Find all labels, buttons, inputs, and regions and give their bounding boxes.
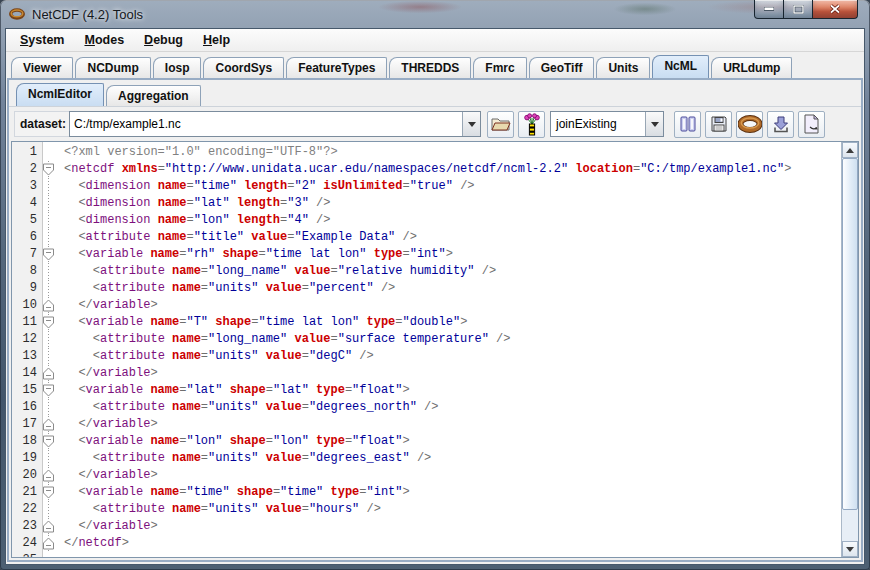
tab-viewer[interactable]: Viewer xyxy=(11,57,73,78)
code-line[interactable]: 13 <attribute name="units" value="degC" … xyxy=(12,348,841,365)
titlebar[interactable]: NetCDF (4.2) Tools xyxy=(0,0,870,28)
menu-modes[interactable]: Modes xyxy=(74,30,134,50)
code-token: "relative humidity" xyxy=(338,264,475,278)
tab-coordsys[interactable]: CoordSys xyxy=(203,57,284,78)
fold-marker-icon[interactable] xyxy=(42,297,57,314)
tab-featuretypes[interactable]: FeatureTypes xyxy=(286,57,387,78)
code-line[interactable]: 22 <attribute name="units" value="hours"… xyxy=(12,501,841,518)
code-token: /> xyxy=(309,196,331,210)
fold-marker-icon[interactable] xyxy=(42,161,57,178)
code-token xyxy=(230,485,237,499)
flowers-button[interactable] xyxy=(518,111,545,138)
code-line[interactable]: 15 <variable name="lat" shape="lat" type… xyxy=(12,382,841,399)
code-token xyxy=(150,230,157,244)
subtab-aggregation[interactable]: Aggregation xyxy=(106,85,201,106)
tab-urldump[interactable]: URLdump xyxy=(711,57,792,78)
tab-thredds[interactable]: THREDDS xyxy=(389,57,471,78)
dataset-dropdown-button[interactable] xyxy=(462,112,480,136)
minimize-button[interactable] xyxy=(754,0,784,19)
code-line[interactable]: 25 xyxy=(12,552,841,557)
maximize-button[interactable] xyxy=(784,0,812,19)
code-line[interactable]: 8 <attribute name="long_name" value="rel… xyxy=(12,263,841,280)
fold-marker-icon[interactable] xyxy=(42,246,57,263)
code-line[interactable]: 7 <variable name="rh" shape="time lat lo… xyxy=(12,246,841,263)
code-token xyxy=(165,400,172,414)
compare-button[interactable] xyxy=(674,111,701,138)
open-folder-button[interactable] xyxy=(487,111,514,138)
aggregation-dropdown-button[interactable] xyxy=(645,112,663,136)
menu-help[interactable]: Help xyxy=(193,30,240,50)
fold-marker-icon[interactable] xyxy=(42,518,57,535)
line-number: 2 xyxy=(12,161,42,178)
fold-marker-icon[interactable] xyxy=(42,433,57,450)
tab-ncml[interactable]: NcML xyxy=(652,55,709,78)
code-line[interactable]: 3 <dimension name="time" length="2" isUn… xyxy=(12,178,841,195)
code-token: </ xyxy=(64,519,93,533)
code-line[interactable]: 4 <dimension name="lat" length="3" /> xyxy=(12,195,841,212)
scrollbar-track[interactable] xyxy=(842,158,858,541)
fold-marker-icon[interactable] xyxy=(42,535,57,552)
code-line[interactable]: 2<netcdf xmlns="http://www.unidata.ucar.… xyxy=(12,161,841,178)
code-token: shape xyxy=(230,434,266,448)
save-button[interactable] xyxy=(705,111,732,138)
code-token: "time" xyxy=(194,179,237,193)
new-document-button[interactable] xyxy=(798,111,825,138)
tab-ncdump[interactable]: NCDump xyxy=(75,57,150,78)
code-token: dimension xyxy=(86,196,151,210)
code-token: netcdf xyxy=(78,536,121,550)
code-line[interactable]: 17 </variable> xyxy=(12,416,841,433)
fold-marker-icon[interactable] xyxy=(42,416,57,433)
fold-marker-icon[interactable] xyxy=(42,382,57,399)
code-line[interactable]: 18 <variable name="lon" shape="lon" type… xyxy=(12,433,841,450)
tab-units[interactable]: Units xyxy=(596,57,650,78)
fold-gutter xyxy=(42,331,57,348)
code-line[interactable]: 14 </variable> xyxy=(12,365,841,382)
code-token: name xyxy=(172,400,201,414)
subtab-ncmleditor[interactable]: NcmlEditor xyxy=(16,83,104,106)
code-line[interactable]: 19 <attribute name="units" value="degree… xyxy=(12,450,841,467)
code-token: "time" xyxy=(186,485,229,499)
code-token: = xyxy=(403,247,410,261)
open-folder-icon xyxy=(491,116,511,132)
code-line[interactable]: 23 </variable> xyxy=(12,518,841,535)
minimize-icon xyxy=(764,7,774,11)
line-number: 15 xyxy=(12,382,42,399)
scrollbar-thumb[interactable] xyxy=(842,158,858,510)
scroll-down-button[interactable] xyxy=(842,541,858,557)
menu-debug[interactable]: Debug xyxy=(134,30,193,50)
code-line[interactable]: 10 </variable> xyxy=(12,297,841,314)
import-button[interactable] xyxy=(767,111,794,138)
dataset-input[interactable] xyxy=(70,112,462,136)
code-line[interactable]: 5 <dimension name="lon" length="4" /> xyxy=(12,212,841,229)
aggregation-combobox[interactable]: joinExisting xyxy=(550,111,664,137)
tab-iosp[interactable]: Iosp xyxy=(153,57,202,78)
code-line[interactable]: 11 <variable name="T" shape="time lat lo… xyxy=(12,314,841,331)
code-line[interactable]: 24</netcdf> xyxy=(12,535,841,552)
fold-marker-icon[interactable] xyxy=(42,314,57,331)
tab-fmrc[interactable]: Fmrc xyxy=(473,57,526,78)
code-line[interactable]: 9 <attribute name="units" value="percent… xyxy=(12,280,841,297)
code-line[interactable]: 21 <variable name="time" shape="time" ty… xyxy=(12,484,841,501)
fold-marker-icon[interactable] xyxy=(42,484,57,501)
vertical-scrollbar[interactable] xyxy=(841,142,858,557)
code-line[interactable]: 20 </variable> xyxy=(12,467,841,484)
menu-system[interactable]: System xyxy=(10,30,74,50)
scroll-up-button[interactable] xyxy=(842,142,858,158)
code-line[interactable]: 1<?xml version="1.0" encoding="UTF-8"?> xyxy=(12,144,841,161)
code-line[interactable]: 6 <attribute name="title" value="Example… xyxy=(12,229,841,246)
code-token: = xyxy=(158,162,165,176)
dataset-combobox[interactable] xyxy=(69,111,481,137)
code-token: attribute xyxy=(100,400,165,414)
code-token: > xyxy=(403,485,410,499)
code-text: <variable name="T" shape="time lat lon" … xyxy=(57,314,467,331)
code-line[interactable]: 16 <attribute name="units" value="degree… xyxy=(12,399,841,416)
fold-marker-icon[interactable] xyxy=(42,467,57,484)
tab-geotiff[interactable]: GeoTiff xyxy=(529,57,595,78)
code-area[interactable]: 1<?xml version="1.0" encoding="UTF-8"?>2… xyxy=(12,142,841,557)
write-netcdf-button[interactable] xyxy=(736,111,763,138)
fold-marker-icon[interactable] xyxy=(42,365,57,382)
close-button[interactable] xyxy=(812,0,858,19)
code-token xyxy=(222,383,229,397)
code-token: > xyxy=(784,162,791,176)
code-line[interactable]: 12 <attribute name="long_name" value="su… xyxy=(12,331,841,348)
